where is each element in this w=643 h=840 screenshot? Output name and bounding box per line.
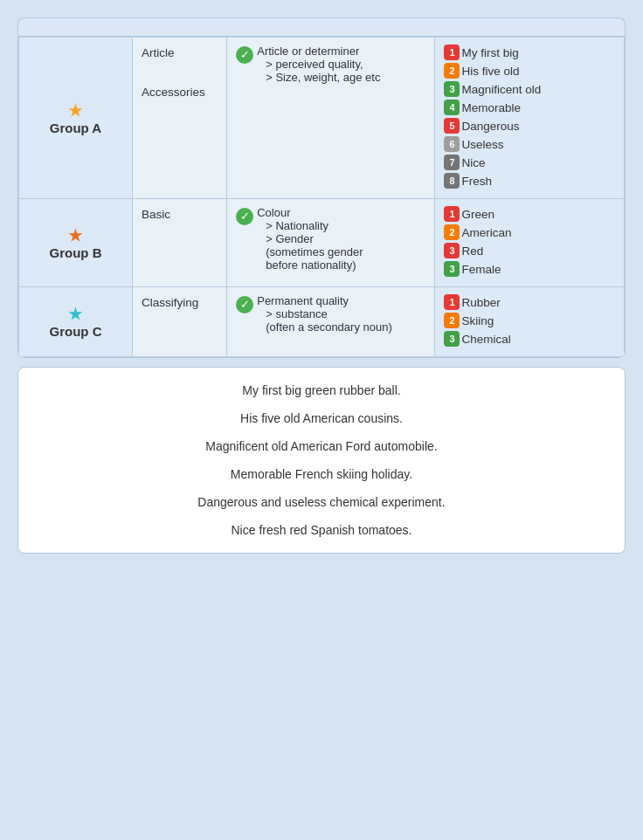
example-item: 3 Magnificent old: [444, 81, 615, 97]
desc-cell-group-b: ✓Colour> Nationality> Gender(sometimes g…: [227, 199, 435, 287]
badge: 2: [444, 224, 460, 240]
group-cell-group-c: ★Group C: [19, 287, 133, 357]
example-item: 2 His five old: [444, 63, 615, 79]
examples-cell-group-b: 1 Green 2 American 3 Red 3 Female: [435, 199, 625, 287]
star-icon: ★: [68, 227, 82, 244]
badge: 7: [444, 155, 460, 170]
sentence-line: Nice fresh red Spanish tomatoes.: [39, 523, 604, 537]
example-item: 8 Fresh: [444, 173, 615, 189]
example-text: Nice: [461, 156, 485, 169]
example-text: Green: [461, 208, 494, 221]
examples-cell-group-c: 1 Rubber 2 Skiing 3 Chemical: [435, 287, 625, 357]
desc-cell-group-a: ✓Article or determiner> perceived qualit…: [227, 38, 435, 199]
example-item: 4 Memorable: [444, 100, 615, 115]
badge: 2: [444, 313, 460, 328]
example-item: 1 Green: [444, 206, 615, 222]
badge: 5: [444, 118, 460, 134]
group-cell-group-b: ★Group B: [19, 199, 133, 287]
badge: 4: [444, 100, 460, 115]
group-label: Group A: [50, 120, 101, 135]
desc-line: > Size, weight, age etc: [257, 71, 425, 84]
sentence-line: Magnificent old American Ford automobile…: [39, 439, 604, 453]
badge: 3: [444, 243, 460, 258]
example-item: 1 My first big: [444, 45, 615, 60]
example-item: 2 American: [444, 224, 615, 240]
badge: 3: [444, 81, 460, 97]
example-text: My first big: [461, 46, 518, 59]
type-label: Classifying: [142, 296, 218, 309]
badge: 8: [444, 173, 460, 189]
example-text: Useless: [461, 138, 503, 151]
desc-line: before nationality): [257, 258, 425, 272]
type-cell-group-a: ArticleAccessories: [132, 38, 226, 199]
example-text: Female: [461, 263, 501, 276]
page-title: [17, 17, 626, 36]
badge: 3: [444, 261, 460, 277]
badge: 2: [444, 63, 460, 79]
example-text: Fresh: [461, 175, 492, 188]
adjective-table-wrapper: ★Group AArticleAccessories✓Article or de…: [17, 36, 626, 358]
badge: 1: [444, 45, 460, 60]
badge: 1: [444, 294, 460, 310]
star-icon: ★: [68, 306, 82, 323]
type-label: Accessories: [142, 86, 218, 99]
check-icon: ✓: [236, 296, 253, 313]
sentence-line: Memorable French skiing holiday.: [39, 467, 604, 481]
sentences-box: My first big green rubber ball.His five …: [17, 367, 626, 554]
group-cell-group-a: ★Group A: [19, 38, 133, 199]
type-label: Article: [142, 46, 218, 59]
type-cell-group-c: Classifying: [132, 287, 226, 357]
example-text: Dangerous: [461, 120, 519, 133]
example-item: 6 Useless: [444, 136, 615, 152]
sentence-line: My first big green rubber ball.: [39, 383, 604, 397]
type-cell-group-b: Basic: [132, 199, 226, 287]
badge: 1: [444, 206, 460, 222]
example-text: American: [461, 226, 511, 239]
desc-line: (often a secondary noun): [257, 320, 425, 334]
example-text: His five old: [461, 65, 519, 78]
example-text: Memorable: [461, 101, 521, 114]
check-icon: ✓: [236, 46, 253, 64]
example-item: 3 Female: [444, 261, 615, 277]
desc-line: Colour: [257, 206, 425, 219]
desc-line: Permanent quality: [257, 294, 425, 307]
example-item: 2 Skiing: [444, 313, 615, 328]
adjective-table: ★Group AArticleAccessories✓Article or de…: [18, 37, 625, 357]
example-text: Magnificent old: [461, 83, 541, 96]
badge: 6: [444, 136, 460, 152]
example-item: 3 Chemical: [444, 331, 615, 347]
desc-line: (sometimes gender: [257, 245, 425, 258]
sentence-line: Dangerous and useless chemical experimen…: [39, 495, 604, 509]
main-container: ★Group AArticleAccessories✓Article or de…: [10, 10, 633, 561]
desc-line: Article or determiner: [257, 45, 425, 58]
example-text: Rubber: [461, 296, 500, 309]
desc-line: > Gender: [257, 232, 425, 245]
example-text: Chemical: [461, 333, 510, 346]
example-item: 5 Dangerous: [444, 118, 615, 134]
check-icon: ✓: [236, 208, 253, 225]
example-item: 7 Nice: [444, 155, 615, 170]
examples-cell-group-a: 1 My first big 2 His five old 3 Magnific…: [435, 38, 625, 199]
desc-line: > perceived quality,: [257, 58, 425, 71]
desc-cell-group-c: ✓Permanent quality> substance(often a se…: [227, 287, 435, 357]
desc-line: > substance: [257, 307, 425, 320]
badge: 3: [444, 331, 460, 347]
example-text: Red: [461, 244, 483, 258]
desc-line: > Nationality: [257, 219, 425, 232]
group-label: Group B: [49, 245, 101, 260]
group-label: Group C: [49, 324, 101, 339]
example-text: Skiing: [461, 314, 494, 327]
star-icon: ★: [68, 102, 82, 120]
example-item: 1 Rubber: [444, 294, 615, 310]
example-item: 3 Red: [444, 243, 615, 258]
sentence-line: His five old American cousins.: [39, 411, 604, 425]
type-label: Basic: [142, 208, 218, 221]
